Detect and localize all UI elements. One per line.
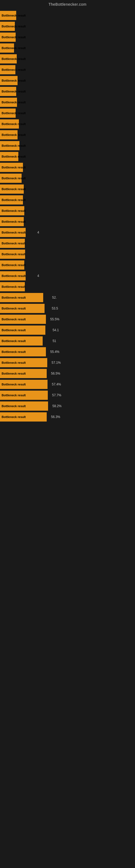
bar-label: Bottleneck result	[1, 112, 26, 115]
bar-label: Bottleneck result	[1, 350, 26, 353]
bar-label: Bottleneck result	[1, 101, 26, 104]
bar-row: Bottleneck result	[0, 10, 135, 21]
bar: Bottleneck result	[0, 141, 19, 150]
bar-label: Bottleneck result	[1, 329, 26, 332]
bar: Bottleneck result	[0, 206, 24, 215]
bar: Bottleneck result58.2%	[0, 401, 48, 411]
bar-row: Bottleneck result57.1%	[0, 358, 135, 368]
bar-row: Bottleneck result	[0, 130, 135, 140]
bar-row: Bottleneck result53.5	[0, 303, 135, 314]
bar-value: 54.1	[53, 328, 59, 332]
bar-row: Bottleneck result	[0, 21, 135, 31]
bar: Bottleneck result54.1	[0, 326, 45, 335]
bar-row: Bottleneck result	[0, 32, 135, 42]
bar-label: Bottleneck result	[1, 285, 26, 288]
bar-label: Bottleneck result	[1, 144, 26, 147]
bar: Bottleneck result57.1%	[0, 358, 47, 367]
bar-label: Bottleneck result	[1, 133, 26, 136]
bar-row: Bottleneck result56.3%	[0, 412, 135, 422]
bar-row: Bottleneck result	[0, 151, 135, 162]
bar-label: Bottleneck result	[1, 35, 26, 39]
bar-value: 53.5	[52, 307, 58, 310]
site-title: TheBottlenecker.com	[0, 0, 135, 8]
bar-label: Bottleneck result	[1, 415, 26, 418]
bar: Bottleneck result	[0, 11, 16, 20]
bar: Bottleneck result	[0, 22, 15, 31]
bar: Bottleneck result	[0, 98, 17, 107]
bar-value: 55.5%	[50, 317, 59, 321]
bar-label: Bottleneck result	[1, 79, 26, 82]
bar-label: Bottleneck result	[1, 383, 26, 386]
bar-label: Bottleneck result	[1, 90, 26, 93]
bar: Bottleneck result55.5%	[0, 315, 46, 324]
bar-label: Bottleneck result	[1, 274, 26, 278]
bar-row: Bottleneck result	[0, 43, 135, 53]
bar: Bottleneck result	[0, 108, 16, 118]
bar: Bottleneck result53.5	[0, 304, 45, 313]
bar-row: Bottleneck result52.	[0, 292, 135, 303]
bar: Bottleneck result	[0, 282, 25, 291]
bar-label: Bottleneck result	[1, 198, 26, 202]
bar: Bottleneck result4	[0, 228, 26, 237]
bar-value: 57.7%	[52, 393, 61, 397]
bar-row: Bottleneck result	[0, 65, 135, 75]
bar-label: Bottleneck result	[1, 361, 26, 364]
bar: Bottleneck result	[0, 260, 24, 270]
bar-label: Bottleneck result	[1, 177, 26, 180]
bar-row: Bottleneck result	[0, 54, 135, 64]
bar-row: Bottleneck result	[0, 216, 135, 227]
bar: Bottleneck result	[0, 195, 23, 205]
bar: Bottleneck result56.5%	[0, 369, 47, 378]
bar-row: Bottleneck result58.2%	[0, 401, 135, 411]
bar-label: Bottleneck result	[1, 57, 26, 61]
bar-row: Bottleneck result57.7%	[0, 390, 135, 400]
bar: Bottleneck result56.3%	[0, 412, 47, 422]
bar-label: Bottleneck result	[1, 187, 26, 191]
bar-row: Bottleneck result	[0, 173, 135, 183]
bar-label: Bottleneck result	[1, 404, 26, 408]
bar-value: 55.4%	[50, 350, 59, 354]
bar-value: 4	[37, 274, 39, 278]
bar-row: Bottleneck result	[0, 195, 135, 205]
bar-value: 57.1%	[52, 361, 61, 365]
bar: Bottleneck result	[0, 43, 14, 53]
bar: Bottleneck result	[0, 184, 24, 194]
bar-label: Bottleneck result	[1, 296, 26, 299]
bar-row: Bottleneck result4	[0, 271, 135, 281]
bar: Bottleneck result	[0, 239, 25, 248]
bar-label: Bottleneck result	[1, 242, 26, 245]
bar-label: Bottleneck result	[1, 252, 26, 256]
bar: Bottleneck result55.4%	[0, 347, 46, 356]
bar-row: Bottleneck result57.4%	[0, 379, 135, 390]
bar-label: Bottleneck result	[1, 155, 26, 158]
bar-label: Bottleneck result	[1, 318, 26, 321]
bar-label: Bottleneck result	[1, 14, 26, 17]
bar-row: Bottleneck result	[0, 119, 135, 129]
bar: Bottleneck result	[0, 130, 17, 140]
bar-row: Bottleneck result	[0, 108, 135, 118]
bar: Bottleneck result	[0, 163, 23, 172]
bar-row: Bottleneck result	[0, 249, 135, 259]
bar: Bottleneck result	[0, 65, 15, 74]
bar-label: Bottleneck result	[1, 122, 26, 126]
bar-row: Bottleneck result	[0, 141, 135, 151]
bar-label: Bottleneck result	[1, 307, 26, 310]
bar-row: Bottleneck result4	[0, 227, 135, 238]
bar: Bottleneck result51	[0, 336, 43, 346]
bar-value: 57.4%	[52, 382, 61, 386]
bar-value: 51	[53, 339, 56, 343]
bar-row: Bottleneck result55.5%	[0, 314, 135, 324]
bar: Bottleneck result	[0, 174, 21, 183]
bar: Bottleneck result52.	[0, 293, 43, 302]
bars-container: Bottleneck resultBottleneck resultBottle…	[0, 8, 135, 425]
bar: Bottleneck result	[0, 76, 17, 85]
bar-row: Bottleneck result	[0, 97, 135, 107]
bar: Bottleneck result	[0, 87, 16, 96]
bar-value: 56.3%	[51, 415, 60, 419]
bar-label: Bottleneck result	[1, 264, 26, 267]
bar: Bottleneck result57.4%	[0, 380, 48, 389]
bar-value: 4	[37, 230, 39, 235]
bar-row: Bottleneck result	[0, 86, 135, 97]
bar-label: Bottleneck result	[1, 25, 26, 28]
bar-row: Bottleneck result51	[0, 336, 135, 346]
